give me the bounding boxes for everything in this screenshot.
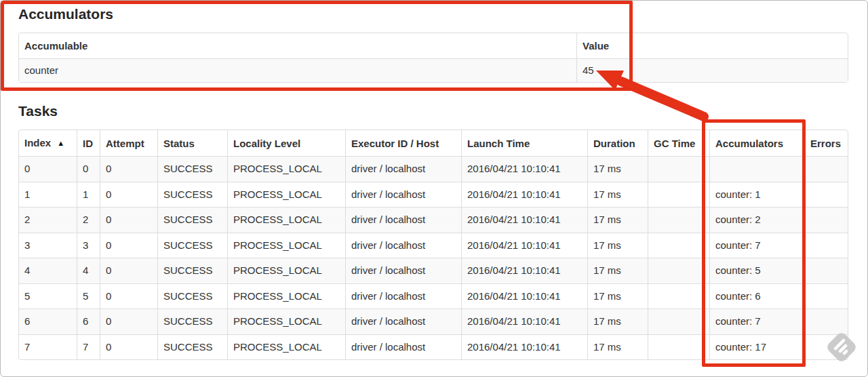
task-cell-duration: 17 ms xyxy=(587,233,648,258)
task-row: 770SUCCESSPROCESS_LOCALdriver / localhos… xyxy=(19,334,848,360)
task-cell-duration: 17 ms xyxy=(587,182,648,207)
duration-column-header[interactable]: Duration xyxy=(587,130,648,156)
task-cell-id: 2 xyxy=(77,207,100,233)
task-cell-launch-time: 2016/04/21 10:10:41 xyxy=(461,207,587,233)
locality-level-column-header[interactable]: Locality Level xyxy=(227,130,345,156)
task-cell-status: SUCCESS xyxy=(157,156,227,182)
task-cell-id: 5 xyxy=(77,283,100,309)
tasks-heading: Tasks xyxy=(18,104,850,119)
task-cell-accumulators: counter: 2 xyxy=(709,207,804,233)
watermark-logo-icon xyxy=(825,330,859,364)
accumulable-name-cell: counter xyxy=(19,58,576,82)
task-cell-index: 5 xyxy=(19,283,77,309)
task-cell-gc-time xyxy=(648,334,709,360)
task-cell-errors xyxy=(804,258,848,283)
task-cell-status: SUCCESS xyxy=(157,283,227,309)
task-row: 000SUCCESSPROCESS_LOCALdriver / localhos… xyxy=(19,156,848,182)
task-cell-gc-time xyxy=(648,156,709,182)
accumulators-header-row: Accumulable Value xyxy=(19,33,848,58)
task-cell-launch-time: 2016/04/21 10:10:41 xyxy=(461,258,587,283)
accumulators-table: Accumulable Value counter 45 xyxy=(18,33,848,83)
task-cell-duration: 17 ms xyxy=(587,283,648,309)
accumulators-column-header[interactable]: Accumulators xyxy=(709,130,804,156)
task-cell-executor-id-host: driver / localhost xyxy=(345,207,461,233)
task-cell-gc-time xyxy=(648,258,709,283)
task-cell-status: SUCCESS xyxy=(157,334,227,360)
task-cell-index: 1 xyxy=(19,182,77,207)
status-column-header[interactable]: Status xyxy=(157,130,227,156)
task-cell-index: 4 xyxy=(19,258,77,283)
task-cell-accumulators: counter: 7 xyxy=(709,309,804,334)
task-cell-index: 0 xyxy=(19,156,77,182)
task-cell-errors xyxy=(804,283,848,309)
tasks-table-body: 000SUCCESSPROCESS_LOCALdriver / localhos… xyxy=(19,156,848,359)
task-cell-id: 7 xyxy=(77,334,100,360)
task-cell-attempt: 0 xyxy=(100,182,157,207)
task-cell-status: SUCCESS xyxy=(157,233,227,258)
task-cell-executor-id-host: driver / localhost xyxy=(345,334,461,360)
task-cell-index: 7 xyxy=(19,334,77,360)
accumulators-heading: Accumulators xyxy=(18,7,850,22)
task-cell-attempt: 0 xyxy=(100,258,157,283)
executor-id-host-column-header[interactable]: Executor ID / Host xyxy=(345,130,461,156)
task-cell-attempt: 0 xyxy=(100,233,157,258)
task-cell-executor-id-host: driver / localhost xyxy=(345,156,461,182)
task-cell-executor-id-host: driver / localhost xyxy=(345,283,461,309)
task-cell-attempt: 0 xyxy=(100,283,157,309)
task-cell-gc-time xyxy=(648,233,709,258)
task-cell-launch-time: 2016/04/21 10:10:41 xyxy=(461,283,587,309)
task-cell-locality-level: PROCESS_LOCAL xyxy=(227,258,345,283)
task-cell-duration: 17 ms xyxy=(587,156,648,182)
task-cell-accumulators xyxy=(709,156,804,182)
task-cell-launch-time: 2016/04/21 10:10:41 xyxy=(461,233,587,258)
value-column-header[interactable]: Value xyxy=(576,33,848,58)
id-column-header[interactable]: ID xyxy=(77,130,100,156)
accumulable-value-cell: 45 xyxy=(576,58,848,82)
task-cell-launch-time: 2016/04/21 10:10:41 xyxy=(461,309,587,334)
gc-time-column-header[interactable]: GC Time xyxy=(648,130,709,156)
task-cell-duration: 17 ms xyxy=(587,207,648,233)
attempt-column-header[interactable]: Attempt xyxy=(100,130,157,156)
task-cell-id: 3 xyxy=(77,233,100,258)
accumulable-column-header[interactable]: Accumulable xyxy=(19,33,576,58)
task-row: 550SUCCESSPROCESS_LOCALdriver / localhos… xyxy=(19,283,848,309)
task-cell-launch-time: 2016/04/21 10:10:41 xyxy=(461,156,587,182)
task-cell-locality-level: PROCESS_LOCAL xyxy=(227,207,345,233)
task-cell-executor-id-host: driver / localhost xyxy=(345,233,461,258)
task-cell-id: 1 xyxy=(77,182,100,207)
task-cell-status: SUCCESS xyxy=(157,207,227,233)
task-cell-accumulators: counter: 6 xyxy=(709,283,804,309)
task-cell-locality-level: PROCESS_LOCAL xyxy=(227,334,345,360)
task-cell-index: 2 xyxy=(19,207,77,233)
task-cell-gc-time xyxy=(648,309,709,334)
page-content: Accumulators Accumulable Value counter 4… xyxy=(0,0,868,360)
task-cell-status: SUCCESS xyxy=(157,309,227,334)
tasks-header-row: Index▲ ID Attempt Status Locality Level … xyxy=(19,130,848,156)
task-cell-duration: 17 ms xyxy=(587,309,648,334)
task-cell-executor-id-host: driver / localhost xyxy=(345,182,461,207)
task-cell-locality-level: PROCESS_LOCAL xyxy=(227,233,345,258)
task-cell-gc-time xyxy=(648,182,709,207)
launch-time-column-header[interactable]: Launch Time xyxy=(461,130,587,156)
task-cell-locality-level: PROCESS_LOCAL xyxy=(227,156,345,182)
task-cell-attempt: 0 xyxy=(100,156,157,182)
task-cell-attempt: 0 xyxy=(100,207,157,233)
task-cell-gc-time xyxy=(648,283,709,309)
task-cell-accumulators: counter: 1 xyxy=(709,182,804,207)
errors-column-header[interactable]: Errors xyxy=(804,130,848,156)
task-cell-status: SUCCESS xyxy=(157,258,227,283)
task-cell-index: 6 xyxy=(19,309,77,334)
task-cell-gc-time xyxy=(648,207,709,233)
index-column-header[interactable]: Index▲ xyxy=(19,130,77,156)
task-cell-locality-level: PROCESS_LOCAL xyxy=(227,309,345,334)
task-cell-errors xyxy=(804,207,848,233)
task-row: 220SUCCESSPROCESS_LOCALdriver / localhos… xyxy=(19,207,848,233)
task-cell-id: 0 xyxy=(77,156,100,182)
task-cell-errors xyxy=(804,182,848,207)
task-cell-attempt: 0 xyxy=(100,334,157,360)
task-cell-id: 4 xyxy=(77,258,100,283)
task-cell-launch-time: 2016/04/21 10:10:41 xyxy=(461,334,587,360)
task-cell-executor-id-host: driver / localhost xyxy=(345,258,461,283)
task-cell-status: SUCCESS xyxy=(157,182,227,207)
task-cell-executor-id-host: driver / localhost xyxy=(345,309,461,334)
